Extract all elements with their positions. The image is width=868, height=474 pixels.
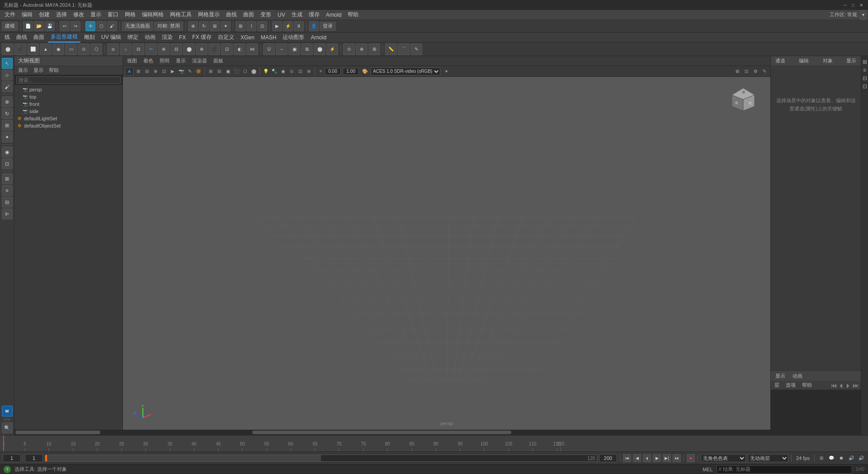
measure-btn[interactable]: 📏: [385, 43, 397, 55]
window-controls[interactable]: ─ □ ✕: [842, 2, 864, 8]
outliner-menu-help[interactable]: 帮助: [47, 67, 61, 74]
boolean-btn[interactable]: ⊕: [196, 43, 208, 55]
menu-select[interactable]: 选择: [53, 10, 70, 19]
minimize-button[interactable]: ─: [842, 2, 848, 8]
menu-uv[interactable]: UV: [275, 11, 288, 19]
search-tool[interactable]: 🔍: [2, 422, 13, 433]
menu-mesh[interactable]: 网格: [122, 10, 138, 19]
rotate-tool[interactable]: ↻: [2, 108, 13, 119]
uv-editor-btn[interactable]: U: [263, 43, 275, 55]
cylindrical-btn[interactable]: ⊞: [301, 43, 313, 55]
profile-btn[interactable]: 👤: [309, 21, 319, 31]
menu-deform[interactable]: 变形: [258, 10, 274, 19]
paint-select-tool[interactable]: 🖌: [2, 81, 13, 92]
separate-btn[interactable]: ⊡: [221, 43, 233, 55]
step-back-btn[interactable]: ◀: [633, 454, 641, 462]
list-item[interactable]: 📷 top: [14, 93, 123, 100]
vp-shade5[interactable]: ⬡: [241, 67, 249, 76]
timeline-area[interactable]: 1 5 10 15 20 25 30: [0, 435, 868, 451]
channel-box-tab-channels[interactable]: 通道: [774, 57, 787, 65]
record-btn[interactable]: ⏺: [837, 454, 845, 462]
jump-start-btn[interactable]: ⏮: [623, 454, 631, 462]
poly-disc-btn[interactable]: ⊙: [78, 43, 90, 55]
auto-key-btn[interactable]: ●: [687, 454, 695, 462]
rivet-btn[interactable]: ⊙: [343, 43, 355, 55]
menu-cache[interactable]: 缓存: [306, 10, 322, 19]
vp-icon7[interactable]: ✎: [186, 67, 194, 76]
arc-btn[interactable]: ⌒: [398, 43, 410, 55]
channel-box-tab-object[interactable]: 对象: [821, 57, 835, 65]
vp-shadow-btn[interactable]: ⊙: [288, 67, 296, 76]
vp-cam-btn[interactable]: A: [125, 67, 134, 76]
list-item[interactable]: 📷 side: [14, 108, 123, 115]
sound-btn[interactable]: 🔊: [847, 454, 855, 462]
vp-shade3[interactable]: ▣: [224, 67, 232, 76]
select-btn[interactable]: ✛: [85, 21, 95, 31]
redo-btn[interactable]: ↪: [71, 21, 80, 31]
current-frame-input[interactable]: [3, 454, 21, 462]
vp-icon4[interactable]: ⊡: [160, 67, 168, 76]
rotate-btn[interactable]: ↻: [199, 21, 209, 31]
list-item[interactable]: 📷 front: [14, 100, 123, 108]
menu-window[interactable]: 窗口: [105, 10, 121, 19]
poly-cyl-btn[interactable]: ⬜: [27, 43, 39, 55]
select-tool[interactable]: ↖: [2, 58, 13, 69]
ctx-mash[interactable]: MASH: [258, 33, 279, 42]
layer-btn4[interactable]: ⏭: [853, 382, 859, 389]
extrude-btn[interactable]: ⧈: [107, 43, 119, 55]
list-item[interactable]: ⚙ defaultObjectSet: [14, 122, 123, 129]
gamma-input[interactable]: [343, 68, 359, 75]
universal-tool[interactable]: ✦: [2, 132, 13, 142]
lasso-tool[interactable]: ⊹: [2, 70, 13, 81]
far-right-btn4[interactable]: ⊡: [861, 82, 868, 90]
vp-light1[interactable]: 💡: [262, 67, 270, 76]
menu-mesh-display[interactable]: 网格显示: [195, 10, 222, 19]
layer-editor-tab-anim[interactable]: 动画: [791, 372, 804, 380]
vp-ao-btn[interactable]: ◉: [279, 67, 287, 76]
pause-btn[interactable]: ⏸: [294, 21, 304, 31]
layer-btn3[interactable]: ⏵: [845, 382, 852, 389]
layer-editor-tab-display[interactable]: 显示: [774, 372, 787, 380]
menu-edit-mesh[interactable]: 编辑网格: [139, 10, 166, 19]
vp-icon6[interactable]: 📷: [177, 67, 185, 76]
vp-menu-renderer[interactable]: 渲染器: [190, 57, 209, 64]
vp-icon2[interactable]: ⊟: [143, 67, 151, 76]
ctx-fx-cache[interactable]: FX 缓存: [189, 33, 214, 42]
outliner-scrollbar-thumb[interactable]: [15, 431, 100, 434]
vp-shade1[interactable]: ⊞: [207, 67, 215, 76]
menu-modify[interactable]: 修改: [71, 10, 87, 19]
ctx-poly[interactable]: 多边形建模: [48, 32, 80, 43]
vp-aa-btn[interactable]: ⊕: [305, 67, 313, 76]
planar-btn[interactable]: ▣: [288, 43, 300, 55]
channel-box-tab-edit[interactable]: 编辑: [797, 57, 811, 65]
scale-tool[interactable]: ⊞: [2, 120, 13, 131]
bevel-btn[interactable]: ⬨: [120, 43, 132, 55]
vp-menu-panel[interactable]: 面板: [211, 57, 226, 64]
ctx-arnold[interactable]: Arnold: [308, 33, 329, 42]
timeline-scrubber[interactable]: 120: [45, 455, 597, 462]
step-fwd-btn[interactable]: ▶|: [663, 454, 671, 462]
channel-box-tool[interactable]: ≡: [2, 185, 13, 196]
ctx-surfaces[interactable]: 曲面: [31, 33, 47, 42]
fill-hole-btn[interactable]: ◐: [234, 43, 245, 55]
sculpt-tool[interactable]: ⊡: [2, 158, 13, 169]
workspace-dropdown[interactable]: ▾: [860, 10, 866, 20]
ctx-anim[interactable]: 动画: [142, 33, 158, 42]
viewport-canvas[interactable]: .grid-line { stroke: #6a6a6a; stroke-wid…: [123, 77, 770, 430]
spherical-btn[interactable]: ⬤: [314, 43, 326, 55]
save-scene-btn[interactable]: 💾: [45, 21, 55, 31]
vp-shade4[interactable]: ⬛: [232, 67, 241, 76]
lasso-btn[interactable]: ⬡: [96, 21, 106, 31]
bridge-btn[interactable]: ⊟: [132, 43, 144, 55]
jump-end-btn[interactable]: ⏭: [673, 454, 681, 462]
play-fwd-btn[interactable]: ▶: [653, 454, 661, 462]
color-profile-select[interactable]: ACES 1.0 SDR-video (sRGB): [371, 67, 440, 76]
move-tool[interactable]: ⊕: [2, 96, 13, 107]
char-colorset-select[interactable]: 无角色色表: [701, 454, 746, 462]
vp-light2[interactable]: 🔦: [270, 67, 278, 76]
menu-arnold[interactable]: Arnold: [323, 11, 344, 19]
timeline-ruler[interactable]: 1 5 10 15 20 25 30: [0, 436, 868, 451]
far-right-btn1[interactable]: ⊞: [861, 58, 868, 66]
outliner-search-input[interactable]: [16, 76, 121, 84]
start-frame-input[interactable]: [25, 454, 43, 462]
